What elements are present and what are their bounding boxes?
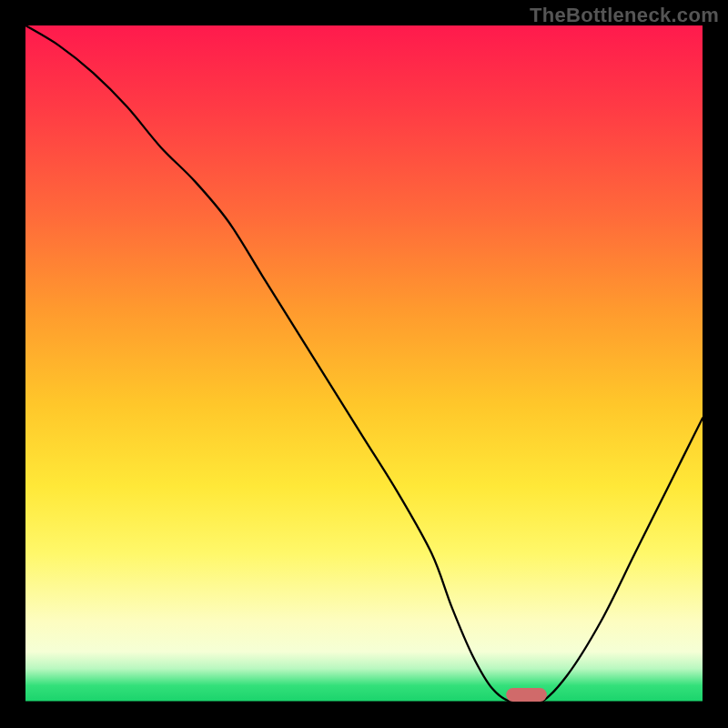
plot-area xyxy=(25,25,703,703)
watermark-text: TheBottleneck.com xyxy=(530,4,719,27)
chart-frame: TheBottleneck.com xyxy=(0,0,728,728)
gradient-background xyxy=(25,25,703,703)
